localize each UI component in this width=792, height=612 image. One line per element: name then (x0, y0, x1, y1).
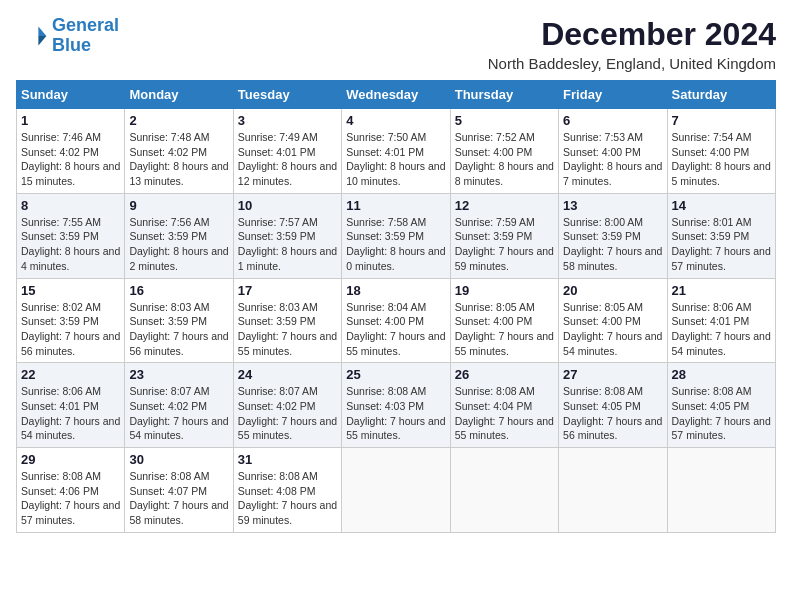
day-number: 8 (21, 198, 120, 213)
logo-line2: Blue (52, 35, 91, 55)
day-detail: Sunrise: 8:08 AMSunset: 4:04 PMDaylight:… (455, 384, 554, 443)
day-detail: Sunrise: 8:01 AMSunset: 3:59 PMDaylight:… (672, 215, 771, 274)
calendar-day-cell: 19Sunrise: 8:05 AMSunset: 4:00 PMDayligh… (450, 278, 558, 363)
logo-icon (16, 20, 48, 52)
day-detail: Sunrise: 8:06 AMSunset: 4:01 PMDaylight:… (672, 300, 771, 359)
day-detail: Sunrise: 8:03 AMSunset: 3:59 PMDaylight:… (238, 300, 337, 359)
day-number: 18 (346, 283, 445, 298)
day-number: 19 (455, 283, 554, 298)
calendar-day-cell: 22Sunrise: 8:06 AMSunset: 4:01 PMDayligh… (17, 363, 125, 448)
day-number: 14 (672, 198, 771, 213)
day-detail: Sunrise: 7:50 AMSunset: 4:01 PMDaylight:… (346, 130, 445, 189)
day-detail: Sunrise: 8:08 AMSunset: 4:03 PMDaylight:… (346, 384, 445, 443)
calendar-day-cell: 1Sunrise: 7:46 AMSunset: 4:02 PMDaylight… (17, 109, 125, 194)
day-detail: Sunrise: 7:46 AMSunset: 4:02 PMDaylight:… (21, 130, 120, 189)
calendar-day-cell: 31Sunrise: 8:08 AMSunset: 4:08 PMDayligh… (233, 448, 341, 533)
calendar-day-cell: 15Sunrise: 8:02 AMSunset: 3:59 PMDayligh… (17, 278, 125, 363)
day-number: 16 (129, 283, 228, 298)
calendar-day-cell: 25Sunrise: 8:08 AMSunset: 4:03 PMDayligh… (342, 363, 450, 448)
day-number: 17 (238, 283, 337, 298)
calendar-day-cell: 7Sunrise: 7:54 AMSunset: 4:00 PMDaylight… (667, 109, 775, 194)
day-number: 15 (21, 283, 120, 298)
calendar-table: SundayMondayTuesdayWednesdayThursdayFrid… (16, 80, 776, 533)
day-number: 5 (455, 113, 554, 128)
weekday-header-tuesday: Tuesday (233, 81, 341, 109)
day-number: 10 (238, 198, 337, 213)
month-title: December 2024 (488, 16, 776, 53)
day-detail: Sunrise: 8:04 AMSunset: 4:00 PMDaylight:… (346, 300, 445, 359)
calendar-week-row: 29Sunrise: 8:08 AMSunset: 4:06 PMDayligh… (17, 448, 776, 533)
day-number: 25 (346, 367, 445, 382)
calendar-day-cell: 8Sunrise: 7:55 AMSunset: 3:59 PMDaylight… (17, 193, 125, 278)
weekday-header-sunday: Sunday (17, 81, 125, 109)
day-number: 20 (563, 283, 662, 298)
calendar-day-cell: 29Sunrise: 8:08 AMSunset: 4:06 PMDayligh… (17, 448, 125, 533)
calendar-day-cell: 28Sunrise: 8:08 AMSunset: 4:05 PMDayligh… (667, 363, 775, 448)
calendar-day-cell: 20Sunrise: 8:05 AMSunset: 4:00 PMDayligh… (559, 278, 667, 363)
day-detail: Sunrise: 7:56 AMSunset: 3:59 PMDaylight:… (129, 215, 228, 274)
weekday-header-row: SundayMondayTuesdayWednesdayThursdayFrid… (17, 81, 776, 109)
day-number: 7 (672, 113, 771, 128)
weekday-header-friday: Friday (559, 81, 667, 109)
calendar-day-cell (667, 448, 775, 533)
day-detail: Sunrise: 8:05 AMSunset: 4:00 PMDaylight:… (455, 300, 554, 359)
day-number: 22 (21, 367, 120, 382)
weekday-header-saturday: Saturday (667, 81, 775, 109)
title-area: December 2024 North Baddesley, England, … (488, 16, 776, 72)
day-detail: Sunrise: 7:54 AMSunset: 4:00 PMDaylight:… (672, 130, 771, 189)
calendar-day-cell: 18Sunrise: 8:04 AMSunset: 4:00 PMDayligh… (342, 278, 450, 363)
day-number: 9 (129, 198, 228, 213)
day-number: 12 (455, 198, 554, 213)
calendar-day-cell: 24Sunrise: 8:07 AMSunset: 4:02 PMDayligh… (233, 363, 341, 448)
day-number: 21 (672, 283, 771, 298)
location-title: North Baddesley, England, United Kingdom (488, 55, 776, 72)
calendar-day-cell (559, 448, 667, 533)
day-detail: Sunrise: 7:55 AMSunset: 3:59 PMDaylight:… (21, 215, 120, 274)
day-number: 4 (346, 113, 445, 128)
calendar-week-row: 15Sunrise: 8:02 AMSunset: 3:59 PMDayligh… (17, 278, 776, 363)
calendar-day-cell: 2Sunrise: 7:48 AMSunset: 4:02 PMDaylight… (125, 109, 233, 194)
logo-text: General Blue (52, 16, 119, 56)
day-number: 24 (238, 367, 337, 382)
day-number: 6 (563, 113, 662, 128)
day-detail: Sunrise: 8:08 AMSunset: 4:06 PMDaylight:… (21, 469, 120, 528)
day-number: 11 (346, 198, 445, 213)
day-detail: Sunrise: 7:53 AMSunset: 4:00 PMDaylight:… (563, 130, 662, 189)
day-detail: Sunrise: 7:52 AMSunset: 4:00 PMDaylight:… (455, 130, 554, 189)
calendar-day-cell: 26Sunrise: 8:08 AMSunset: 4:04 PMDayligh… (450, 363, 558, 448)
day-detail: Sunrise: 8:05 AMSunset: 4:00 PMDaylight:… (563, 300, 662, 359)
day-number: 29 (21, 452, 120, 467)
day-detail: Sunrise: 8:00 AMSunset: 3:59 PMDaylight:… (563, 215, 662, 274)
day-number: 23 (129, 367, 228, 382)
day-number: 3 (238, 113, 337, 128)
calendar-day-cell: 30Sunrise: 8:08 AMSunset: 4:07 PMDayligh… (125, 448, 233, 533)
calendar-day-cell: 9Sunrise: 7:56 AMSunset: 3:59 PMDaylight… (125, 193, 233, 278)
day-detail: Sunrise: 7:49 AMSunset: 4:01 PMDaylight:… (238, 130, 337, 189)
weekday-header-monday: Monday (125, 81, 233, 109)
weekday-header-thursday: Thursday (450, 81, 558, 109)
day-number: 13 (563, 198, 662, 213)
day-number: 30 (129, 452, 228, 467)
calendar-day-cell: 23Sunrise: 8:07 AMSunset: 4:02 PMDayligh… (125, 363, 233, 448)
day-number: 31 (238, 452, 337, 467)
day-detail: Sunrise: 8:03 AMSunset: 3:59 PMDaylight:… (129, 300, 228, 359)
day-number: 27 (563, 367, 662, 382)
calendar-day-cell (450, 448, 558, 533)
logo-line1: General (52, 15, 119, 35)
svg-marker-0 (38, 26, 46, 36)
day-detail: Sunrise: 8:07 AMSunset: 4:02 PMDaylight:… (238, 384, 337, 443)
day-detail: Sunrise: 8:02 AMSunset: 3:59 PMDaylight:… (21, 300, 120, 359)
logo: General Blue (16, 16, 119, 56)
header: General Blue December 2024 North Baddesl… (16, 16, 776, 72)
calendar-day-cell (342, 448, 450, 533)
calendar-day-cell: 16Sunrise: 8:03 AMSunset: 3:59 PMDayligh… (125, 278, 233, 363)
calendar-day-cell: 13Sunrise: 8:00 AMSunset: 3:59 PMDayligh… (559, 193, 667, 278)
day-number: 28 (672, 367, 771, 382)
day-number: 2 (129, 113, 228, 128)
day-detail: Sunrise: 8:08 AMSunset: 4:05 PMDaylight:… (672, 384, 771, 443)
day-detail: Sunrise: 7:59 AMSunset: 3:59 PMDaylight:… (455, 215, 554, 274)
calendar-day-cell: 5Sunrise: 7:52 AMSunset: 4:00 PMDaylight… (450, 109, 558, 194)
calendar-day-cell: 17Sunrise: 8:03 AMSunset: 3:59 PMDayligh… (233, 278, 341, 363)
day-number: 1 (21, 113, 120, 128)
day-detail: Sunrise: 8:08 AMSunset: 4:08 PMDaylight:… (238, 469, 337, 528)
